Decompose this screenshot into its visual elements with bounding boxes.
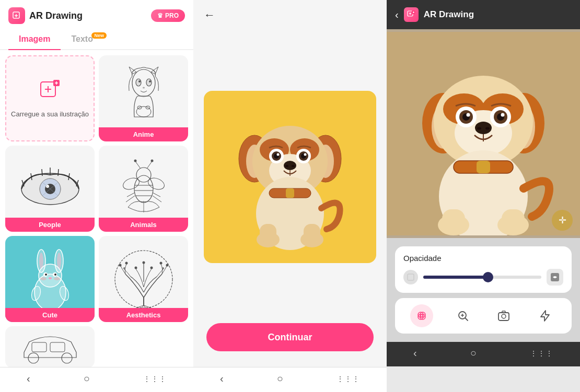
nav-back-right[interactable]: ‹ xyxy=(413,347,417,359)
svg-point-40 xyxy=(134,159,136,162)
tool-zoom-button[interactable] xyxy=(451,304,474,327)
category-aesthetics[interactable]: Aesthetics xyxy=(99,236,188,322)
category-people[interactable]: People xyxy=(5,146,95,232)
svg-point-98 xyxy=(292,165,295,167)
svg-point-72 xyxy=(159,262,162,264)
right-panel: ‹ AR Drawing xyxy=(387,0,580,392)
svg-point-97 xyxy=(285,165,288,167)
svg-point-42 xyxy=(150,159,153,162)
svg-point-34 xyxy=(134,175,153,203)
svg-point-13 xyxy=(146,79,152,86)
upload-label: Carregue a sua ilustração xyxy=(11,110,89,119)
svg-point-129 xyxy=(501,113,505,117)
opacity-row xyxy=(403,269,563,286)
right-header: ‹ AR Drawing xyxy=(387,0,580,29)
svg-point-76 xyxy=(28,353,39,363)
left-header: AR Drawing ♛ PRO xyxy=(0,0,193,29)
opacity-min-icon xyxy=(403,270,418,284)
app-logo-icon xyxy=(8,7,25,24)
tool-toolbar xyxy=(395,298,572,334)
svg-line-45 xyxy=(127,193,135,197)
svg-point-94 xyxy=(277,153,280,156)
slider-thumb[interactable] xyxy=(483,272,493,282)
tab-new-badge: New xyxy=(91,32,107,39)
svg-rect-136 xyxy=(477,161,490,173)
svg-point-74 xyxy=(123,267,125,269)
opacity-label: Opacidade xyxy=(403,254,563,263)
upload-icon xyxy=(39,78,62,105)
app-title: AR Drawing xyxy=(29,10,83,21)
aesthetics-label: Aesthetics xyxy=(99,308,188,322)
svg-line-148 xyxy=(465,318,468,320)
svg-point-16 xyxy=(143,87,145,88)
upload-item[interactable]: Carregue a sua ilustração xyxy=(5,55,95,141)
car-preview xyxy=(5,326,95,367)
nav-home-middle[interactable]: ○ xyxy=(277,373,283,385)
svg-point-95 xyxy=(304,153,307,156)
animals-label: Animals xyxy=(99,218,188,232)
right-app-title: AR Drawing xyxy=(424,9,474,20)
svg-point-73 xyxy=(166,264,168,266)
category-grid: Carregue a sua ilustração xyxy=(0,50,193,367)
svg-point-132 xyxy=(485,127,490,130)
svg-marker-10 xyxy=(129,67,136,74)
svg-point-17 xyxy=(136,106,151,117)
dog-preview-container xyxy=(204,91,376,263)
ar-preview-area: ✛ xyxy=(387,29,580,238)
bottom-nav-middle: ‹ ○ ⋮⋮⋮ xyxy=(193,367,387,392)
svg-rect-140 xyxy=(502,209,525,230)
svg-point-71 xyxy=(150,266,153,269)
svg-line-47 xyxy=(153,193,160,197)
right-app-logo-icon xyxy=(404,7,419,22)
left-panel: AR Drawing ♛ PRO Imagem Texto New xyxy=(0,0,193,392)
middle-panel: ← xyxy=(193,0,387,392)
pro-badge[interactable]: ♛ PRO xyxy=(151,9,185,22)
opacity-slider[interactable] xyxy=(423,276,541,279)
nav-back-middle[interactable]: ‹ xyxy=(220,373,224,385)
svg-point-55 xyxy=(39,264,62,287)
middle-header: ← xyxy=(193,0,387,30)
svg-rect-106 xyxy=(304,224,320,242)
back-arrow-right[interactable]: ‹ xyxy=(395,9,399,21)
bottom-nav-right: ‹ ○ ⋮⋮⋮ xyxy=(387,342,580,366)
svg-rect-105 xyxy=(260,224,276,242)
svg-point-23 xyxy=(46,185,49,188)
tab-text[interactable]: Texto New xyxy=(61,29,103,49)
svg-point-70 xyxy=(142,261,145,264)
tool-lightning-button[interactable] xyxy=(533,304,556,327)
svg-rect-141 xyxy=(408,274,414,280)
svg-point-60 xyxy=(49,277,52,279)
svg-marker-11 xyxy=(151,67,158,74)
back-arrow-middle[interactable]: ← xyxy=(204,8,215,22)
nav-menu-left[interactable]: ⋮⋮⋮ xyxy=(143,375,167,383)
svg-line-28 xyxy=(58,169,59,176)
continue-button[interactable]: Continuar xyxy=(206,323,374,351)
category-animals[interactable]: Animals xyxy=(99,146,188,232)
svg-point-14 xyxy=(138,80,141,82)
svg-line-26 xyxy=(42,169,42,176)
app-logo: AR Drawing xyxy=(8,7,83,24)
svg-rect-102 xyxy=(286,188,294,198)
controls-area: Opacidade xyxy=(387,238,580,342)
svg-point-67 xyxy=(119,264,121,266)
nav-home-right[interactable]: ○ xyxy=(470,347,477,359)
nav-menu-middle[interactable]: ⋮⋮⋮ xyxy=(337,375,360,383)
opacity-card: Opacidade xyxy=(395,246,572,293)
svg-rect-79 xyxy=(50,342,65,352)
svg-point-59 xyxy=(54,274,56,276)
drawing-canvas xyxy=(193,30,387,323)
nav-back-left[interactable]: ‹ xyxy=(27,373,30,385)
svg-line-39 xyxy=(135,161,141,169)
category-anime[interactable]: Anime xyxy=(99,55,188,141)
move-handle[interactable]: ✛ xyxy=(552,210,573,231)
category-car[interactable] xyxy=(5,326,95,367)
svg-rect-139 xyxy=(442,209,465,230)
svg-point-69 xyxy=(134,266,137,269)
tool-brush-button[interactable] xyxy=(410,304,433,327)
bottom-nav-left: ‹ ○ ⋮⋮⋮ xyxy=(0,367,193,392)
nav-menu-right[interactable]: ⋮⋮⋮ xyxy=(530,349,553,358)
category-cute[interactable]: Cute xyxy=(5,236,95,322)
nav-home-left[interactable]: ○ xyxy=(84,373,90,385)
tab-image[interactable]: Imagem xyxy=(8,29,61,49)
tool-camera-button[interactable] xyxy=(492,304,515,327)
